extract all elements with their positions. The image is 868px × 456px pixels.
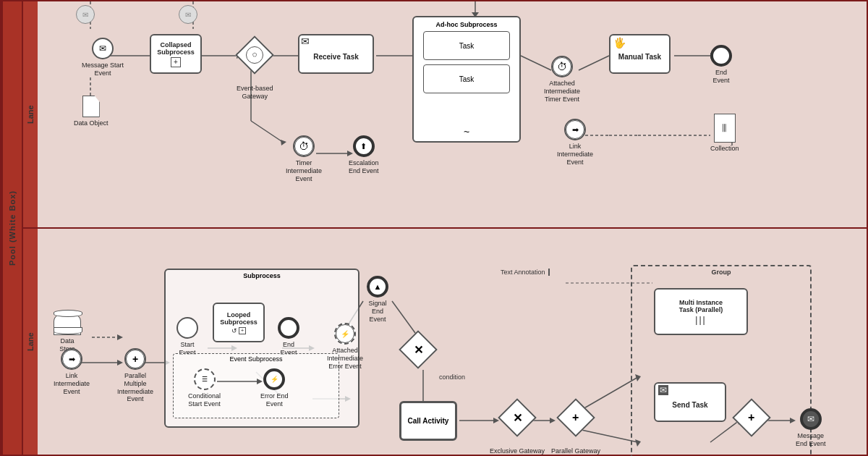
parallel-gateway-2-inner: + bbox=[748, 411, 754, 424]
looped-subprocess-markers: ↺ + bbox=[231, 327, 246, 334]
receive-task: ✉ Receive Task bbox=[298, 34, 374, 74]
message-start-event: ✉ Message Start Event bbox=[74, 38, 132, 77]
collection: ⦀ Collection bbox=[710, 114, 739, 153]
end-event-circle bbox=[710, 45, 732, 67]
svg-marker-27 bbox=[472, 12, 479, 17]
parallel-gateway-1-label: Parallel Gateway bbox=[551, 447, 600, 455]
looped-subprocess-text: LoopedSubprocess bbox=[220, 311, 258, 326]
parallel-gateway-2: + bbox=[738, 404, 765, 431]
conditional-start-event: ☰ ConditionalStart Event bbox=[188, 368, 221, 408]
attached-intermediate-error-event: ⚡ AttachedIntermediateError Event bbox=[327, 323, 363, 370]
exclusive-gateway-2-label: Exclusive Gateway bbox=[490, 447, 545, 455]
signal-end-event: ▲ SignalEndEvent bbox=[367, 276, 388, 323]
call-activity: Call Activity bbox=[399, 401, 457, 441]
attached-timer-circle: ⏱ bbox=[551, 56, 573, 77]
lane-1-label: Lane bbox=[22, 1, 38, 227]
timer-intermediate-label: TimerIntermediateEvent bbox=[286, 159, 322, 182]
attached-error-label: AttachedIntermediateError Event bbox=[327, 347, 363, 370]
lane-2-label: Lane bbox=[22, 229, 38, 455]
collection-label: Collection bbox=[710, 145, 739, 153]
manual-task: 🖐 Manual Task bbox=[609, 34, 671, 74]
data-store: DataStore bbox=[54, 312, 81, 353]
multi-instance-task: Multi InstanceTask (Parallel) ||| bbox=[654, 288, 748, 335]
conditional-start-circle: ☰ bbox=[194, 368, 216, 390]
pool-label: Pool (White Box) bbox=[1, 1, 22, 455]
exclusive-gateway-2-diamond: ✕ bbox=[498, 398, 537, 437]
event-based-gateway-inner: ⬠ bbox=[246, 46, 263, 64]
parallel-gateway-2-diamond: + bbox=[732, 398, 771, 437]
link-intermediate-label-1: LinkIntermediateEvent bbox=[557, 143, 593, 166]
link-intermediate-label-2: LinkIntermediateEvent bbox=[54, 372, 90, 395]
parallel-multiple-circle: + bbox=[124, 348, 146, 370]
data-object: Data Object bbox=[74, 96, 109, 127]
link-intermediate-circle-1: ➡ bbox=[564, 119, 586, 140]
condition-label: condition bbox=[439, 373, 465, 381]
collection-shape: ⦀ bbox=[714, 114, 736, 143]
error-end-event: ⚡ Error EndEvent bbox=[260, 368, 289, 408]
adhoc-subprocess-title: Ad-hoc Subprocess bbox=[435, 21, 497, 28]
end-event-label: EndEvent bbox=[712, 69, 729, 85]
error-end-circle: ⚡ bbox=[263, 368, 285, 390]
message-flow-icon-2: ✉ bbox=[76, 5, 95, 24]
lane-2-content: DataStore ➡ LinkIntermediateEvent + Para… bbox=[38, 229, 867, 455]
looped-subprocess: LoopedSubprocess ↺ + bbox=[213, 303, 265, 342]
manual-task-text: Manual Task bbox=[618, 53, 661, 61]
signal-end-circle: ▲ bbox=[367, 276, 388, 297]
collapsed-subprocess-rect: CollapsedSubprocess + bbox=[150, 34, 202, 74]
message-end-event: ✉ MessageEnd Event bbox=[796, 408, 826, 448]
looped-subprocess-rect: LoopedSubprocess ↺ + bbox=[213, 303, 265, 342]
receive-task-rect: ✉ Receive Task bbox=[298, 34, 374, 74]
event-based-gateway-label: Event-basedGateway bbox=[237, 85, 273, 101]
attached-timer-event: ⏱ AttachedIntermediateTimer Event bbox=[544, 56, 580, 103]
call-activity-rect: Call Activity bbox=[399, 401, 457, 441]
multi-instance-text: Multi InstanceTask (Parallel) bbox=[679, 299, 723, 313]
send-task-rect: ✉ Send Task bbox=[654, 382, 726, 422]
event-subprocess-title: Event Subprocess bbox=[174, 354, 339, 364]
data-object-shape bbox=[82, 96, 100, 117]
attached-timer-label: AttachedIntermediateTimer Event bbox=[544, 80, 580, 103]
lane-2: Lane bbox=[22, 229, 867, 455]
event-based-gateway: ⬠ Event-basedGateway bbox=[237, 41, 273, 101]
message-end-circle: ✉ bbox=[800, 408, 822, 430]
svg-marker-29 bbox=[117, 334, 123, 340]
exclusive-gateway-1-inner: ✕ bbox=[414, 343, 423, 357]
adhoc-arrow-svg bbox=[464, 1, 486, 20]
manual-task-rect: 🖐 Manual Task bbox=[609, 34, 671, 74]
multi-instance-marker: ||| bbox=[695, 315, 706, 325]
link-intermediate-circle-2: ➡ bbox=[61, 348, 82, 370]
event-subprocess-box: Event Subprocess ☰ ConditionalStart Even… bbox=[173, 353, 339, 418]
parallel-gateway-1-diamond: + bbox=[556, 398, 595, 437]
adhoc-marker: ~ bbox=[464, 126, 469, 138]
text-annotation: Text Annotation bbox=[501, 269, 550, 276]
svg-line-10 bbox=[251, 121, 284, 143]
escalation-end-circle: ⬆ bbox=[353, 135, 375, 157]
link-intermediate-event-2: ➡ LinkIntermediateEvent bbox=[54, 348, 90, 395]
svg-line-17 bbox=[579, 56, 609, 70]
exclusive-gateway-1-diamond: ✕ bbox=[399, 330, 438, 369]
group-box: Group Multi InstanceTask (Parallel) ||| … bbox=[631, 265, 812, 456]
lane-1: Lane bbox=[22, 1, 867, 229]
conditional-start-label: ConditionalStart Event bbox=[188, 392, 221, 408]
exclusive-gateway-2: ✕ Exclusive Gateway bbox=[490, 404, 545, 455]
collapsed-subprocess: CollapsedSubprocess + bbox=[150, 34, 202, 74]
adhoc-subprocess: Ad-hoc Subprocess Task Task ~ bbox=[412, 16, 521, 143]
adhoc-task-1: Task bbox=[423, 31, 510, 60]
parallel-multiple-label: ParallelMultipleIntermediateEvent bbox=[117, 372, 153, 403]
timer-intermediate-event: ⏱ TimerIntermediateEvent bbox=[286, 135, 322, 182]
data-object-label: Data Object bbox=[74, 119, 109, 127]
parallel-gateway-1-inner: + bbox=[572, 411, 579, 424]
subprocess-start-event: StartEvent bbox=[176, 317, 198, 357]
escalation-end-label: EscalationEnd Event bbox=[349, 159, 379, 175]
exclusive-gateway-1: ✕ bbox=[404, 336, 432, 379]
link-intermediate-event-1: ➡ LinkIntermediateEvent bbox=[557, 119, 593, 166]
subprocess-end-event: EndEvent bbox=[278, 317, 299, 357]
multi-instance-rect: Multi InstanceTask (Parallel) ||| bbox=[654, 288, 748, 335]
escalation-end-event: ⬆ EscalationEnd Event bbox=[349, 135, 379, 175]
message-icon-1: ✉ bbox=[179, 5, 197, 24]
collapsed-subprocess-text: CollapsedSubprocess bbox=[157, 41, 195, 56]
receive-task-text: Receive Task bbox=[313, 53, 359, 61]
subprocess-marker: + bbox=[171, 57, 181, 67]
event-based-gateway-diamond: ⬠ bbox=[235, 35, 274, 75]
send-task: ✉ Send Task bbox=[654, 382, 726, 422]
end-event: EndEvent bbox=[710, 45, 732, 85]
